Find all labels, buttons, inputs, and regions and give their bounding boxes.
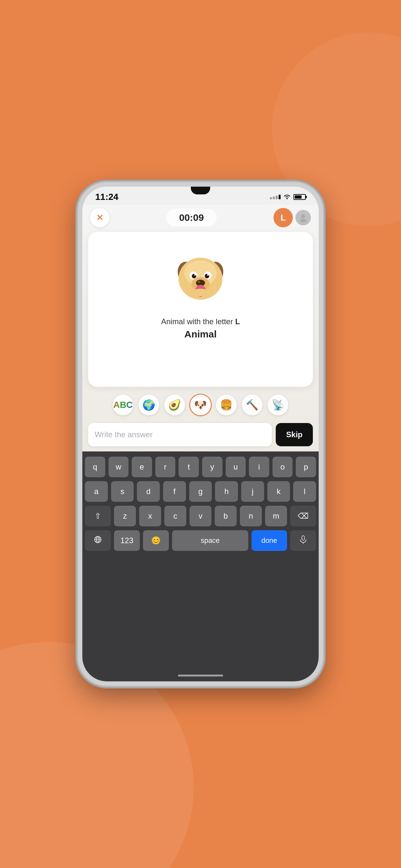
- keyboard-row-3: ⇧ z x c v b n m ⌫: [85, 506, 316, 526]
- user-avatar-area: L: [274, 208, 311, 227]
- key-j[interactable]: j: [241, 481, 264, 502]
- space-key[interactable]: space: [172, 530, 248, 551]
- shift-key[interactable]: ⇧: [85, 506, 111, 526]
- key-q[interactable]: q: [85, 457, 105, 477]
- status-time: 11:24: [95, 192, 119, 202]
- close-button[interactable]: ✕: [90, 208, 110, 227]
- answer-row: Skip: [82, 421, 319, 452]
- key-b[interactable]: b: [215, 506, 237, 526]
- key-i[interactable]: i: [249, 457, 269, 477]
- svg-point-13: [207, 274, 209, 276]
- signal-dot-3: [276, 196, 278, 199]
- key-p[interactable]: p: [296, 457, 316, 477]
- svg-point-16: [197, 281, 200, 283]
- signal-icon: [270, 195, 281, 199]
- key-d[interactable]: d: [137, 481, 160, 502]
- home-indicator: [178, 675, 223, 677]
- key-n[interactable]: n: [240, 506, 262, 526]
- category-icons-row: ABC 🌍 🥑 🐶 🍔 🔨 📡: [82, 387, 319, 421]
- mic-key[interactable]: [290, 530, 316, 551]
- key-h[interactable]: h: [215, 481, 238, 502]
- dog-illustration: [168, 245, 233, 309]
- key-k[interactable]: k: [267, 481, 290, 502]
- phone-screen: 11:24: [82, 187, 319, 681]
- svg-point-20: [192, 289, 209, 297]
- svg-point-1: [300, 219, 306, 222]
- notch: [191, 187, 210, 194]
- answer-input[interactable]: [88, 423, 272, 446]
- key-c[interactable]: c: [164, 506, 186, 526]
- key-z[interactable]: z: [114, 506, 136, 526]
- game-header: ✕ 00:09 L: [82, 205, 319, 232]
- close-icon: ✕: [96, 213, 103, 222]
- done-key[interactable]: done: [251, 530, 287, 551]
- key-e[interactable]: e: [132, 457, 152, 477]
- main-area: ✕ 00:09 L: [82, 205, 319, 681]
- svg-point-10: [194, 274, 196, 276]
- key-m[interactable]: m: [265, 506, 287, 526]
- key-w[interactable]: w: [109, 457, 129, 477]
- category-icon-globe[interactable]: 🌍: [138, 395, 159, 415]
- question-card: Animal with the letter L Animal: [88, 232, 313, 387]
- signal-dot-4: [279, 195, 281, 199]
- screen-content: 11:24: [82, 187, 319, 681]
- status-icons: [270, 193, 306, 201]
- category-icon-avocado[interactable]: 🥑: [164, 395, 185, 415]
- numbers-key[interactable]: 123: [114, 530, 140, 551]
- key-r[interactable]: r: [155, 457, 176, 477]
- key-u[interactable]: u: [226, 457, 246, 477]
- signal-dot-2: [273, 197, 275, 199]
- key-g[interactable]: g: [189, 481, 212, 502]
- category-icon-hammer[interactable]: 🔨: [242, 395, 263, 415]
- key-y[interactable]: y: [202, 457, 222, 477]
- wifi-icon: [283, 193, 291, 201]
- category-icon-tower[interactable]: 📡: [268, 395, 288, 415]
- avatar-letter: L: [274, 208, 293, 227]
- category-icon-dog[interactable]: 🐶: [190, 395, 211, 415]
- key-t[interactable]: t: [179, 457, 199, 477]
- battery-fill: [295, 195, 302, 198]
- keyboard-row-1: q w e r t y u i o p: [85, 457, 316, 477]
- key-v[interactable]: v: [189, 506, 212, 526]
- question-hint: Animal with the letter L: [161, 317, 240, 326]
- keyboard-row-2: a s d f g h j k l: [85, 481, 316, 502]
- key-f[interactable]: f: [163, 481, 186, 502]
- phone-frame: 11:24: [78, 182, 323, 686]
- keyboard-row-4: 123 😊 space done: [85, 530, 316, 551]
- category-icon-burger[interactable]: 🍔: [216, 395, 237, 415]
- delete-key[interactable]: ⌫: [290, 506, 316, 526]
- key-l[interactable]: l: [293, 481, 316, 502]
- avatar-silhouette: [296, 210, 311, 225]
- keyboard: q w e r t y u i o p a s: [82, 452, 319, 670]
- signal-dot-1: [270, 197, 272, 199]
- battery-icon: [294, 194, 306, 200]
- emoji-key[interactable]: 😊: [143, 530, 169, 551]
- question-category: Animal: [184, 329, 217, 340]
- skip-button[interactable]: Skip: [276, 423, 313, 446]
- category-icon-abc[interactable]: ABC: [113, 395, 133, 415]
- svg-point-0: [301, 214, 305, 218]
- key-s[interactable]: s: [111, 481, 134, 502]
- svg-rect-26: [302, 536, 305, 540]
- key-a[interactable]: a: [85, 481, 108, 502]
- key-x[interactable]: x: [139, 506, 161, 526]
- globe-key[interactable]: [85, 530, 111, 551]
- timer-display: 00:09: [166, 209, 217, 226]
- key-o[interactable]: o: [273, 457, 293, 477]
- bottom-bar: [82, 670, 319, 681]
